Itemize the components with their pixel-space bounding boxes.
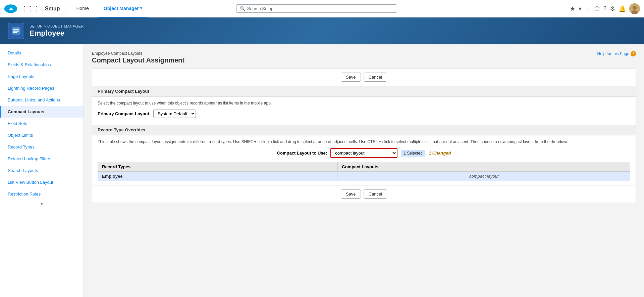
bell-icon[interactable]: 🔔 xyxy=(619,5,626,12)
bottom-actions: Save Cancel xyxy=(92,185,636,203)
page-heading: Employee Compact Layouts Compact Layout … xyxy=(92,51,184,64)
object-manager-tab[interactable]: Object Manager ▾ xyxy=(98,0,148,17)
sidebar-item-page-layouts[interactable]: Page Layouts xyxy=(0,71,84,82)
avatar[interactable] xyxy=(629,3,640,14)
success-icon[interactable]: ⬡ xyxy=(594,5,600,12)
add-icon[interactable]: ＋ xyxy=(585,5,591,13)
breadcrumb: SETUP > OBJECT MANAGER xyxy=(30,24,84,28)
sidebar-item-details[interactable]: Details xyxy=(0,47,84,59)
help-circle-icon: ? xyxy=(631,51,636,56)
sidebar-item-compact-layouts[interactable]: Compact Layouts xyxy=(0,106,84,118)
page-title: Compact Layout Assignment xyxy=(92,56,184,64)
save-button-top[interactable]: Save xyxy=(341,73,361,82)
sidebar-item-buttons-links-actions[interactable]: Buttons, Links, and Actions xyxy=(0,94,84,106)
top-actions: Save Cancel xyxy=(92,69,636,86)
primary-layout-row: Primary Compact Layout: System Default xyxy=(98,110,630,118)
primary-layout-label: Primary Compact Layout: xyxy=(98,111,151,116)
overrides-desc: This table shows the compact layout assi… xyxy=(98,139,630,144)
home-tab[interactable]: Home xyxy=(71,0,94,17)
sidebar-item-list-view-button-layout[interactable]: List View Button Layout xyxy=(0,176,84,188)
col-compact-layouts: Compact Layouts xyxy=(338,162,630,172)
svg-point-3 xyxy=(633,6,637,10)
help-link[interactable]: Help for this Page ? xyxy=(597,51,636,56)
sidebar-item-related-lookup-filters[interactable]: Related Lookup Filters xyxy=(0,153,84,165)
sidebar-item-field-sets[interactable]: Field Sets xyxy=(0,118,84,129)
cancel-button-bottom[interactable]: Cancel xyxy=(364,189,387,199)
svg-rect-7 xyxy=(13,31,19,32)
help-icon[interactable]: ? xyxy=(603,5,606,12)
svg-rect-8 xyxy=(13,32,17,33)
svg-text:☁: ☁ xyxy=(9,6,13,10)
overrides-section-body: This table shows the compact layout assi… xyxy=(92,135,636,185)
sidebar-item-restriction-rules[interactable]: Restriction Rules xyxy=(0,188,84,200)
dropdown-arrow-icon: ▾ xyxy=(140,6,142,10)
setup-label: Setup xyxy=(45,6,60,12)
breadcrumb-object-manager[interactable]: OBJECT MANAGER xyxy=(47,24,84,28)
top-nav-right: ★ ▾ ＋ ⬡ ? ⚙ 🔔 xyxy=(570,3,640,14)
selected-badge: 1 Selected xyxy=(401,150,425,157)
sidebar-scroll-down[interactable]: ▼ xyxy=(0,200,84,208)
star-icon[interactable]: ★ xyxy=(570,5,575,12)
search-input[interactable] xyxy=(247,6,393,11)
page-subtitle: Employee Compact Layouts xyxy=(92,51,184,56)
primary-layout-select[interactable]: System Default xyxy=(153,110,196,118)
search-icon: 🔍 xyxy=(240,6,245,11)
sidebar-item-search-layouts[interactable]: Search Layouts xyxy=(0,165,84,176)
record-type-cell: Employee xyxy=(98,172,338,181)
sidebar-item-object-limits[interactable]: Object Limits xyxy=(0,129,84,141)
nav-divider xyxy=(65,5,65,13)
compact-layout-row: Compact Layout to Use: compact layout Sy… xyxy=(98,148,630,158)
sidebar-item-record-types[interactable]: Record Types xyxy=(0,141,84,153)
changed-badge: 1 Changed xyxy=(429,151,451,156)
grid-icon[interactable]: ⋮⋮⋮ xyxy=(21,5,40,12)
main-layout: Details Fields & Relationships Page Layo… xyxy=(0,44,644,297)
record-types-table: Record Types Compact Layouts Employee co… xyxy=(98,162,630,181)
page-header-row: Employee Compact Layouts Compact Layout … xyxy=(92,51,636,64)
compact-layout-cell: compact layout xyxy=(338,172,630,181)
breadcrumb-setup[interactable]: SETUP xyxy=(30,24,43,28)
overrides-section-header: Record Type Overrides xyxy=(92,125,636,135)
content-area: Employee Compact Layouts Compact Layout … xyxy=(84,44,644,297)
primary-desc: Select the compact layout to use when th… xyxy=(98,101,630,105)
compact-layout-select[interactable]: compact layout System Default xyxy=(330,148,397,158)
header-banner: SETUP > OBJECT MANAGER Employee xyxy=(0,17,644,44)
header-title: Employee xyxy=(30,29,84,38)
object-icon xyxy=(8,23,24,39)
search-bar: 🔍 xyxy=(236,4,397,13)
svg-rect-6 xyxy=(13,29,19,30)
cancel-button-top[interactable]: Cancel xyxy=(364,73,387,82)
compact-layout-label: Compact Layout to Use: xyxy=(277,151,327,156)
col-record-types: Record Types xyxy=(98,162,338,172)
sidebar-item-lightning-record-pages[interactable]: Lightning Record Pages xyxy=(0,82,84,94)
primary-section-header: Primary Compact Layout xyxy=(92,86,636,97)
save-button-bottom[interactable]: Save xyxy=(341,189,361,199)
primary-section-body: Select the compact layout to use when th… xyxy=(92,97,636,125)
dropdown-icon[interactable]: ▾ xyxy=(579,5,582,12)
salesforce-logo: ☁ xyxy=(4,2,17,15)
header-text: SETUP > OBJECT MANAGER Employee xyxy=(30,24,84,38)
top-nav: ☁ ⋮⋮⋮ Setup Home Object Manager ▾ 🔍 ★ ▾ … xyxy=(0,0,644,17)
table-row[interactable]: Employee compact layout xyxy=(98,172,630,181)
sidebar-item-fields-relationships[interactable]: Fields & Relationships xyxy=(0,59,84,71)
sidebar: Details Fields & Relationships Page Layo… xyxy=(0,44,84,297)
main-card: Save Cancel Primary Compact Layout Selec… xyxy=(92,68,636,203)
settings-icon[interactable]: ⚙ xyxy=(610,5,615,12)
